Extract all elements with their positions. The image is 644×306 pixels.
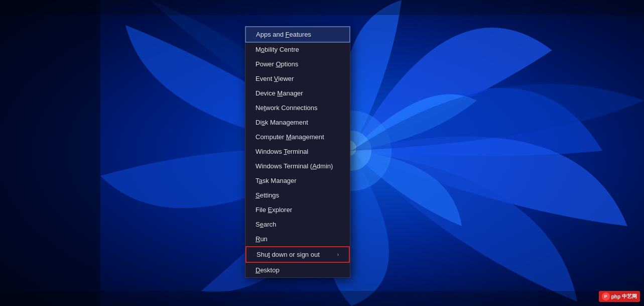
- menu-item-disk-management[interactable]: Disk Management: [245, 115, 350, 130]
- menu-item-windows-terminal-admin[interactable]: Windows Terminal (Admin): [245, 159, 350, 173]
- menu-item-task-manager[interactable]: Task Manager: [245, 173, 350, 188]
- menu-item-computer-management[interactable]: Computer Management: [245, 130, 350, 144]
- menu-item-mobility-centre[interactable]: Mobility Centre: [245, 42, 350, 57]
- menu-item-apps-features[interactable]: Apps and Features: [245, 27, 350, 42]
- menu-item-label-shut-down: Shut down or sign out: [256, 251, 320, 258]
- svg-rect-7: [0, 291, 644, 306]
- menu-item-label-event-viewer: Event Viewer: [255, 75, 294, 82]
- svg-rect-5: [0, 0, 100, 306]
- menu-item-label-computer-management: Computer Management: [255, 133, 324, 141]
- menu-item-shut-down[interactable]: Shut down or sign out›: [245, 246, 350, 263]
- menu-item-desktop[interactable]: Desktop: [245, 263, 350, 277]
- menu-item-run[interactable]: Run: [245, 232, 350, 246]
- menu-item-windows-terminal[interactable]: Windows Terminal: [245, 144, 350, 159]
- menu-item-arrow-shut-down: ›: [337, 252, 339, 257]
- menu-item-label-desktop: Desktop: [255, 266, 280, 274]
- menu-item-label-settings: Settings: [255, 191, 279, 199]
- menu-item-label-disk-management: Disk Management: [255, 119, 308, 126]
- menu-item-label-power-options: Power Options: [255, 60, 298, 68]
- watermark-text: php: [611, 294, 620, 299]
- svg-rect-6: [0, 0, 644, 15]
- watermark-icon: P: [602, 292, 610, 300]
- menu-item-label-apps-features: Apps and Features: [256, 31, 311, 38]
- menu-item-power-options[interactable]: Power Options: [245, 57, 350, 71]
- menu-item-label-mobility-centre: Mobility Centre: [255, 46, 299, 53]
- menu-item-event-viewer[interactable]: Event Viewer: [245, 71, 350, 86]
- menu-item-search[interactable]: Search: [245, 217, 350, 232]
- menu-item-file-explorer[interactable]: File Explorer: [245, 202, 350, 217]
- menu-item-label-windows-terminal-admin: Windows Terminal (Admin): [255, 162, 333, 170]
- context-menu: Apps and FeaturesMobility CentrePower Op…: [245, 26, 350, 278]
- menu-item-network-connections[interactable]: Network Connections: [245, 100, 350, 115]
- menu-item-label-windows-terminal: Windows Terminal: [255, 148, 308, 155]
- menu-item-label-device-manager: Device Manager: [255, 89, 303, 97]
- menu-item-label-file-explorer: File Explorer: [255, 206, 292, 214]
- watermark: P php 中艺网: [599, 291, 640, 302]
- menu-item-device-manager[interactable]: Device Manager: [245, 86, 350, 100]
- menu-item-label-run: Run: [255, 235, 268, 243]
- watermark-site: 中艺网: [622, 293, 637, 300]
- menu-item-label-search: Search: [255, 221, 276, 228]
- menu-item-label-network-connections: Network Connections: [255, 104, 318, 112]
- menu-item-settings[interactable]: Settings: [245, 188, 350, 202]
- menu-item-label-task-manager: Task Manager: [255, 177, 297, 184]
